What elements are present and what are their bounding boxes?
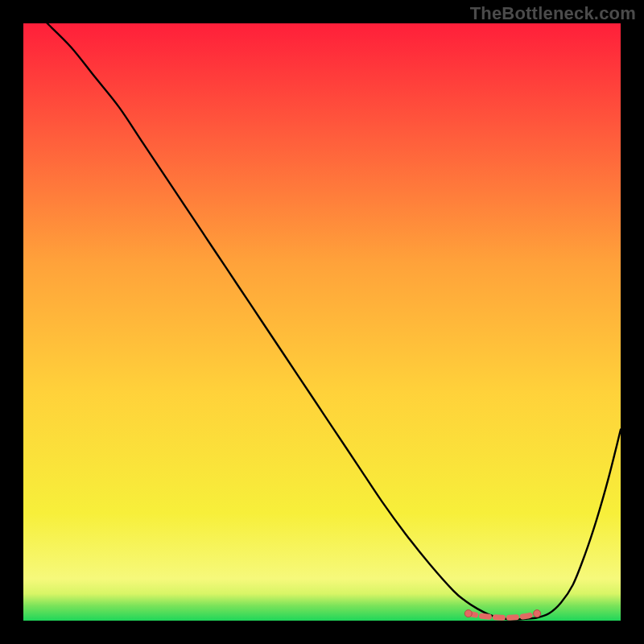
- chart-frame: TheBottleneck.com: [0, 0, 644, 644]
- gradient-background: [23, 23, 621, 621]
- watermark-text: TheBottleneck.com: [470, 3, 636, 24]
- optimal-range-endpoint: [464, 610, 472, 617]
- chart-svg: [23, 23, 621, 621]
- plot-area: [23, 23, 621, 621]
- optimal-range-endpoint: [534, 610, 541, 617]
